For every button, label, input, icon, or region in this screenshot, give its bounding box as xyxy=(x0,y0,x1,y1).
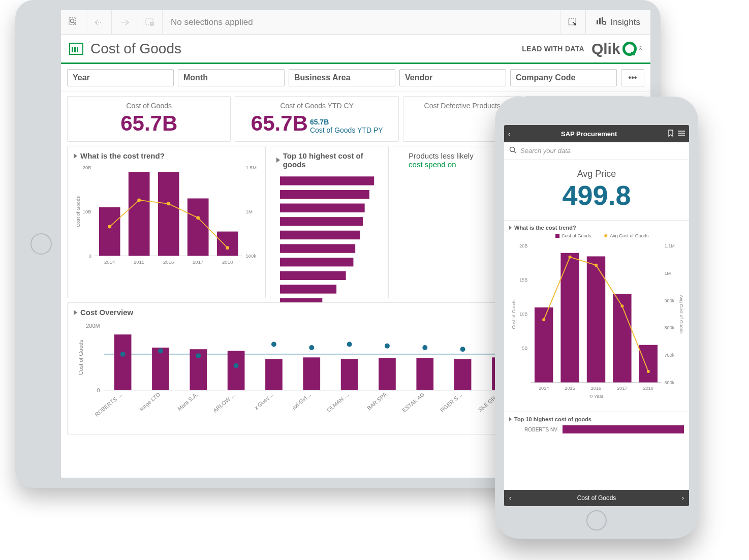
svg-point-1 xyxy=(70,19,74,22)
phone-kpi[interactable]: Avg Price 499.8 xyxy=(504,160,689,220)
svg-rect-20 xyxy=(99,207,120,256)
filter-year[interactable]: Year xyxy=(67,69,174,86)
panel-title-text: Products less likely xyxy=(409,151,474,160)
svg-text:200M: 200M xyxy=(86,323,100,329)
bar xyxy=(563,425,684,433)
phone-panel-trend[interactable]: What is the cost trend? Cost of GoodsAvg… xyxy=(504,220,689,412)
svg-point-100 xyxy=(604,234,607,237)
panel-cost-trend[interactable]: What is the cost trend? 010B20B500k1M1.5… xyxy=(67,146,266,298)
svg-rect-60 xyxy=(228,351,245,390)
svg-point-128 xyxy=(620,304,623,307)
svg-text:2015: 2015 xyxy=(134,259,144,265)
svg-point-125 xyxy=(542,318,545,321)
prev-sheet-icon[interactable]: ‹ xyxy=(509,494,511,502)
svg-text:azi-Girl…: azi-Girl… xyxy=(291,391,312,411)
kpi-label: Avg Price xyxy=(504,169,689,179)
phone-panel-top10[interactable]: Top 10 highest cost of goods ROBERTS NV xyxy=(504,412,689,438)
phone-app-title: SAP Procurement xyxy=(514,130,664,138)
svg-rect-28 xyxy=(217,232,238,256)
step-forward-icon[interactable] xyxy=(112,10,137,35)
filter-business-area[interactable]: Business Area xyxy=(289,69,395,86)
svg-point-70 xyxy=(347,342,352,347)
panel-title-text: What is the cost trend? xyxy=(80,151,165,160)
smart-search-icon[interactable] xyxy=(61,10,86,35)
svg-rect-22 xyxy=(129,172,150,256)
phone-screen: ‹ SAP Procurement Search your data Avg P… xyxy=(504,125,689,506)
svg-text:500k: 500k xyxy=(246,253,257,259)
svg-point-58 xyxy=(196,353,201,358)
expand-icon xyxy=(74,153,77,159)
tablet-home-button[interactable] xyxy=(30,233,52,255)
chart-phone-trend: Cost of GoodsAvg Cost of Goods5B10B15B20… xyxy=(509,231,684,406)
svg-point-129 xyxy=(647,370,650,373)
svg-rect-69 xyxy=(341,359,358,390)
qlik-q-icon xyxy=(622,42,637,56)
phone-home-button[interactable] xyxy=(586,510,607,531)
svg-text:2015: 2015 xyxy=(565,386,575,391)
svg-text:2017: 2017 xyxy=(617,386,627,391)
svg-text:x Guev…: x Guev… xyxy=(253,391,274,411)
filter-company-code[interactable]: Company Code xyxy=(510,69,617,86)
svg-text:10B: 10B xyxy=(83,209,91,214)
kpi-cost-of-goods[interactable]: Cost of Goods 65.7B xyxy=(67,96,231,142)
svg-text:ARLOW …: ARLOW … xyxy=(212,391,237,414)
selections-tool-icon[interactable] xyxy=(560,10,585,35)
svg-text:Cost of Goods: Cost of Goods xyxy=(511,299,516,329)
svg-point-61 xyxy=(234,363,239,368)
svg-rect-40 xyxy=(280,244,355,253)
clear-selections-icon[interactable] xyxy=(137,10,163,35)
svg-text:ESTAK AG: ESTAK AG xyxy=(401,391,425,413)
svg-point-64 xyxy=(271,342,276,347)
kpi-value: 499.8 xyxy=(504,179,689,211)
filter-month[interactable]: Month xyxy=(178,69,285,86)
filter-vendor[interactable]: Vendor xyxy=(399,69,506,86)
svg-rect-43 xyxy=(280,285,336,293)
panel-title-text: What is the cost trend? xyxy=(514,225,576,231)
kpi-label: Cost of Goods YTD CY xyxy=(241,102,392,110)
phone-frame: ‹ SAP Procurement Search your data Avg P… xyxy=(495,97,698,539)
phone-footer: ‹ Cost of Goods › xyxy=(504,490,689,506)
list-item: ROBERTS NV xyxy=(524,427,557,432)
phone-search[interactable]: Search your data xyxy=(504,142,689,160)
svg-rect-41 xyxy=(280,258,353,266)
svg-rect-63 xyxy=(265,359,283,390)
svg-rect-72 xyxy=(379,358,396,390)
chart-top10: 0 xyxy=(276,172,382,319)
svg-rect-38 xyxy=(280,217,363,226)
sheet-header: Cost of Goods LEAD WITH DATA Qlik® xyxy=(61,35,650,64)
svg-text:2016: 2016 xyxy=(163,259,174,265)
svg-text:20B: 20B xyxy=(519,243,527,248)
kpi-value: 65.7B xyxy=(251,113,308,134)
bookmark-icon[interactable] xyxy=(668,130,674,138)
insights-button[interactable]: Insights xyxy=(585,10,650,35)
svg-point-73 xyxy=(385,344,390,349)
expand-icon xyxy=(509,226,512,230)
more-filters-button[interactable]: ••• xyxy=(621,69,644,86)
svg-point-30 xyxy=(108,225,111,229)
back-icon[interactable]: ‹ xyxy=(508,130,510,138)
svg-point-126 xyxy=(569,256,572,259)
menu-icon[interactable] xyxy=(678,130,685,138)
svg-text:2018: 2018 xyxy=(643,386,653,391)
kpi-cost-ytd[interactable]: Cost of Goods YTD CY 65.7B65.7BCost of G… xyxy=(235,96,398,142)
panel-title-text: Top 10 highest cost of goods xyxy=(283,151,382,169)
svg-text:OLMAN …: OLMAN … xyxy=(326,391,350,413)
step-back-icon[interactable] xyxy=(86,10,112,35)
expand-icon xyxy=(74,310,77,315)
svg-rect-26 xyxy=(188,198,209,256)
svg-text:600k: 600k xyxy=(665,380,675,385)
next-sheet-icon[interactable]: › xyxy=(682,494,684,502)
svg-rect-7 xyxy=(599,18,601,24)
svg-text:Avg Cost of Goods: Avg Cost of Goods xyxy=(610,233,649,238)
svg-text:1M: 1M xyxy=(665,271,671,276)
svg-point-52 xyxy=(120,352,126,357)
svg-point-33 xyxy=(196,216,200,220)
svg-point-34 xyxy=(226,246,229,250)
expand-icon xyxy=(509,417,512,421)
svg-point-32 xyxy=(167,202,170,205)
svg-point-55 xyxy=(158,348,163,353)
kpi-value: 65.7B xyxy=(120,113,177,134)
panel-top10[interactable]: Top 10 highest cost of goods 0 xyxy=(270,146,389,298)
svg-point-96 xyxy=(510,147,515,152)
svg-text:Avg Cost of Goods: Avg Cost of Goods xyxy=(679,295,684,334)
